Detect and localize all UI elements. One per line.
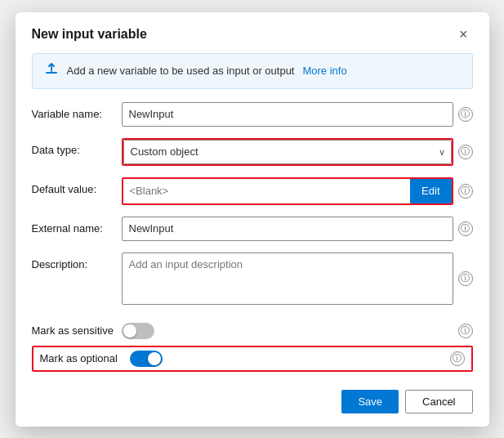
mark-sensitive-row: Mark as sensitive ⓘ (32, 316, 473, 346)
default-value-label: Default value: (32, 177, 122, 195)
external-name-input[interactable] (122, 217, 453, 241)
description-control: ⓘ (122, 253, 473, 305)
dialog-footer: Save Cancel (16, 380, 489, 427)
default-value-control: Edit ⓘ (122, 177, 473, 205)
svg-rect-0 (46, 72, 57, 74)
cancel-button[interactable]: Cancel (405, 390, 472, 413)
mark-optional-track (130, 351, 163, 367)
default-value-row: Default value: Edit ⓘ (32, 177, 473, 205)
form-body: Variable name: ⓘ Data type: Text Yes/No … (16, 102, 489, 372)
mark-optional-row-wrapper: Mark as optional ⓘ (32, 346, 473, 372)
variable-name-row: Variable name: ⓘ (32, 102, 473, 127)
data-type-select[interactable]: Text Yes/No Number Date Date and time Cu… (123, 140, 452, 164)
variable-name-info-icon[interactable]: ⓘ (458, 107, 473, 122)
mark-sensitive-thumb (123, 324, 136, 337)
mark-optional-info-icon[interactable]: ⓘ (450, 351, 465, 366)
upload-icon (44, 62, 59, 80)
data-type-control: Text Yes/No Number Date Date and time Cu… (122, 138, 473, 166)
description-input[interactable] (122, 253, 453, 305)
description-row: Description: ⓘ (32, 253, 473, 305)
external-name-label: External name: (32, 217, 122, 235)
data-type-row: Data type: Text Yes/No Number Date Date … (32, 138, 473, 166)
variable-name-label: Variable name: (32, 102, 122, 120)
save-button[interactable]: Save (341, 390, 399, 413)
description-info-icon[interactable]: ⓘ (458, 271, 473, 286)
banner-text: Add a new variable to be used as input o… (67, 65, 295, 77)
close-button[interactable]: × (454, 25, 473, 43)
mark-optional-row: Mark as optional ⓘ (40, 351, 465, 367)
external-name-info-icon[interactable]: ⓘ (458, 221, 473, 236)
dialog: New input variable × Add a new variable … (16, 12, 489, 427)
variable-name-control: ⓘ (122, 102, 473, 127)
data-type-info-icon[interactable]: ⓘ (458, 145, 473, 159)
mark-sensitive-toggle[interactable] (122, 323, 154, 339)
mark-sensitive-control: ⓘ (122, 323, 473, 339)
default-value-field-wrap: Edit (122, 177, 453, 205)
external-name-control: ⓘ (122, 217, 473, 241)
mark-optional-control: ⓘ (130, 351, 465, 367)
more-info-link[interactable]: More info (302, 65, 346, 77)
mark-sensitive-label: Mark as sensitive (32, 324, 122, 337)
mark-optional-thumb (148, 352, 161, 365)
edit-button[interactable]: Edit (410, 179, 451, 203)
external-name-row: External name: ⓘ (32, 217, 473, 241)
data-type-label: Data type: (32, 138, 122, 156)
mark-sensitive-info-icon[interactable]: ⓘ (458, 324, 473, 338)
description-label: Description: (32, 253, 122, 270)
dialog-header: New input variable × (16, 12, 489, 53)
mark-optional-label: Mark as optional (40, 352, 130, 364)
default-value-info-icon[interactable]: ⓘ (458, 184, 473, 199)
variable-name-input[interactable] (122, 102, 453, 127)
dialog-title: New input variable (32, 27, 147, 42)
mark-sensitive-track (122, 323, 154, 339)
mark-optional-toggle[interactable] (130, 351, 163, 367)
data-type-select-wrap: Text Yes/No Number Date Date and time Cu… (122, 138, 453, 166)
info-banner: Add a new variable to be used as input o… (32, 53, 473, 89)
default-value-input[interactable] (123, 179, 411, 203)
